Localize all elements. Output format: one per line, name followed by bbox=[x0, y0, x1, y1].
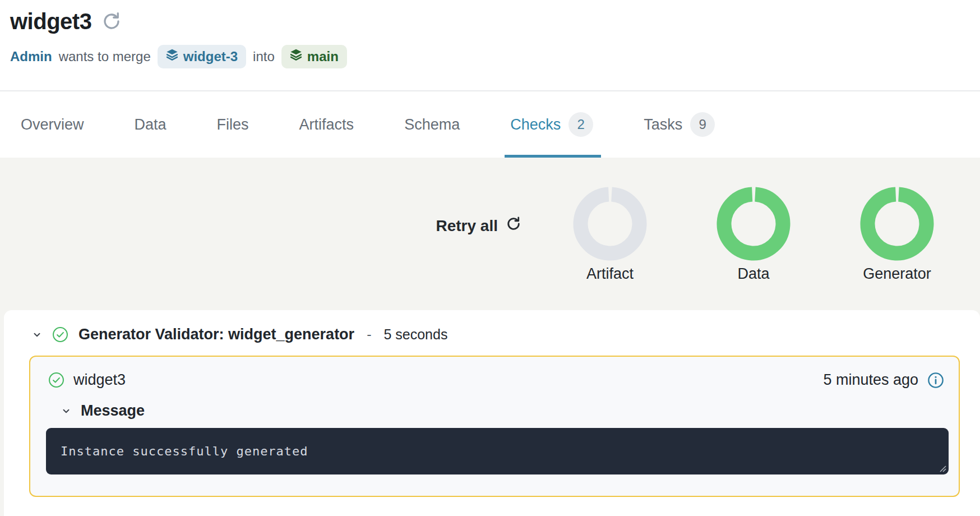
source-branch-badge[interactable]: widget-3 bbox=[158, 45, 246, 68]
tab-tasks[interactable]: Tasks 9 bbox=[644, 91, 715, 158]
tasks-count-badge: 9 bbox=[690, 112, 715, 137]
merge-action-text: wants to merge bbox=[59, 49, 151, 64]
page-title: widget3 bbox=[10, 9, 91, 34]
donut-label: Data bbox=[737, 265, 769, 283]
message-label: Message bbox=[81, 402, 145, 420]
check-group-title: Generator Validator: widget_generator bbox=[78, 326, 354, 343]
donut-ring-passed bbox=[716, 187, 791, 261]
check-group-duration: 5 seconds bbox=[383, 326, 447, 343]
checks-count-badge: 2 bbox=[568, 112, 593, 137]
donut-ring-pending bbox=[573, 187, 647, 261]
tab-files[interactable]: Files bbox=[217, 91, 249, 158]
check-group-header[interactable]: Generator Validator: widget_generator - … bbox=[4, 310, 980, 343]
check-success-icon bbox=[52, 326, 68, 343]
check-donut-generator[interactable]: Generator bbox=[860, 187, 934, 283]
message-toggle[interactable]: Message bbox=[61, 402, 959, 420]
donut-ring-passed bbox=[860, 187, 934, 261]
check-donut-artifact[interactable]: Artifact bbox=[573, 187, 647, 283]
tab-artifacts[interactable]: Artifacts bbox=[299, 91, 354, 158]
tab-data[interactable]: Data bbox=[135, 91, 167, 158]
check-donut-data[interactable]: Data bbox=[716, 187, 791, 283]
checks-panel: Generator Validator: widget_generator - … bbox=[4, 310, 980, 516]
chevron-down-icon[interactable] bbox=[32, 330, 42, 340]
tab-label: Tasks bbox=[644, 116, 682, 133]
target-branch-label: main bbox=[307, 49, 339, 64]
tab-label: Overview bbox=[21, 116, 84, 133]
retry-all-button[interactable]: Retry all bbox=[436, 216, 522, 236]
tab-checks[interactable]: Checks 2 bbox=[510, 91, 593, 158]
tab-label: Checks bbox=[510, 116, 561, 133]
tab-label: Schema bbox=[404, 116, 460, 133]
page-header: widget3 Admin wants to merge widget-3 in… bbox=[0, 0, 980, 91]
donut-label: Artifact bbox=[586, 265, 634, 283]
merge-into-text: into bbox=[253, 49, 275, 64]
tab-schema[interactable]: Schema bbox=[404, 91, 460, 158]
check-success-icon bbox=[48, 372, 64, 388]
branch-layers-icon bbox=[290, 49, 302, 64]
donut-label: Generator bbox=[863, 265, 931, 283]
chevron-down-icon bbox=[61, 406, 71, 416]
branch-layers-icon bbox=[166, 49, 178, 64]
tab-overview[interactable]: Overview bbox=[21, 91, 84, 158]
info-icon[interactable] bbox=[927, 372, 944, 389]
merge-summary: Admin wants to merge widget-3 into main bbox=[10, 45, 980, 68]
tab-label: Files bbox=[217, 116, 249, 133]
check-name: widget3 bbox=[73, 371, 126, 389]
checks-summary-strip: Retry all Artifact Data Generator bbox=[0, 158, 980, 310]
tab-label: Artifacts bbox=[299, 116, 354, 133]
merge-author[interactable]: Admin bbox=[10, 49, 52, 64]
message-text: Instance successfully generated bbox=[61, 444, 308, 458]
target-branch-badge[interactable]: main bbox=[281, 45, 347, 68]
retry-icon bbox=[506, 216, 521, 236]
refresh-icon[interactable] bbox=[101, 11, 122, 31]
tab-label: Data bbox=[135, 116, 167, 133]
resize-handle[interactable] bbox=[938, 464, 947, 473]
source-branch-label: widget-3 bbox=[183, 49, 238, 64]
check-timestamp: 5 minutes ago bbox=[823, 371, 918, 389]
check-result-card: widget3 5 minutes ago Message Instance s… bbox=[29, 356, 960, 497]
tab-bar: Overview Data Files Artifacts Schema Che… bbox=[0, 91, 980, 158]
check-group-separator: - bbox=[367, 326, 371, 343]
check-card-header: widget3 5 minutes ago bbox=[30, 357, 959, 389]
message-output-textarea[interactable]: Instance successfully generated bbox=[46, 428, 949, 474]
retry-all-label: Retry all bbox=[436, 217, 498, 235]
